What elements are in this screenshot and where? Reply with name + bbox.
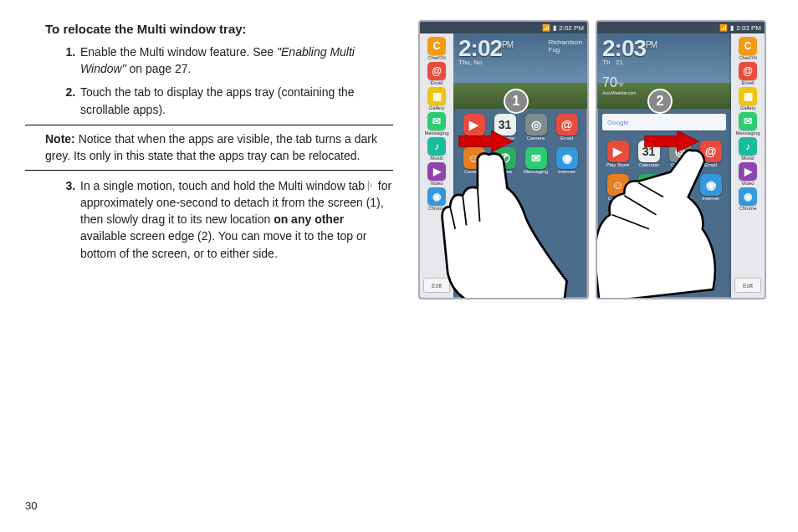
battery-icon: ▮ <box>553 24 556 32</box>
tray-edit-button[interactable]: Edit <box>423 278 450 293</box>
section-heading: To relocate the Multi window tray: <box>25 20 393 38</box>
step-3-bold: on any other <box>274 212 344 226</box>
note-block: Note: Notice that when the apps are visi… <box>25 125 393 171</box>
signal-icon: 📶 <box>719 24 728 32</box>
tray-item-email[interactable]: @Email <box>427 62 446 85</box>
instructions-column: To relocate the Multi window tray: Enabl… <box>25 20 393 512</box>
home-app-calendar[interactable]: 31Calendar <box>635 141 662 167</box>
step-1-text-b: on page 27. <box>126 62 192 75</box>
home-app-phone[interactable]: ✆Phone <box>635 174 662 201</box>
home-app-contacts[interactable]: ☺Contacts <box>604 174 632 201</box>
home-app-play-store[interactable]: ▶Play Store <box>460 114 488 141</box>
home-app-contacts[interactable]: ☺Contacts <box>460 147 488 174</box>
home-app-phone[interactable]: ✆Phone <box>491 147 519 174</box>
home-app-messaging[interactable]: ✉Messaging <box>522 147 550 174</box>
clock-time: 2:03 <box>602 35 646 61</box>
step-3-text-c: available screen edge (2). You can move … <box>80 229 366 259</box>
tray-item-video[interactable]: ▶Video <box>739 162 757 186</box>
callout-1: 1 <box>504 89 529 114</box>
home-app-camera[interactable]: ◎Camera <box>522 114 550 141</box>
tray-item-gallery[interactable]: ▦Gallery <box>739 87 757 110</box>
home-app-email[interactable]: @Email <box>553 114 581 141</box>
tray-item-messaging[interactable]: ✉Messaging <box>735 112 760 136</box>
tray-item-video[interactable]: ▶Video <box>427 162 446 186</box>
status-time: 2:02 PM <box>559 24 584 32</box>
home-app-calendar[interactable]: 31Calendar <box>491 114 519 141</box>
weather-day: 21 <box>616 59 623 66</box>
tray-item-chaton[interactable]: CChatON <box>739 37 757 60</box>
clock-ampm: PM <box>646 40 657 49</box>
home-apps-grid: ▶Play Store31Calendar◎Camera@Email☺Conta… <box>453 109 587 174</box>
clock-ampm: PM <box>502 40 513 49</box>
page-number: 30 <box>25 499 37 512</box>
tray-item-chaton[interactable]: CChatON <box>427 37 446 60</box>
home-app-internet[interactable]: ◉Internet <box>553 147 581 174</box>
phone-screenshot-1: 📶 ▮ 2:02 PM CChatON@Email▦Gallery✉Messag… <box>418 20 589 299</box>
home-app-camera[interactable]: ◎Camera <box>666 141 693 167</box>
home-apps-grid: ▶Play Store31Calendar◎Camera@Email☺Conta… <box>597 136 731 201</box>
tray-item-chrome[interactable]: ◉Chrome <box>427 187 446 211</box>
note-label: Note: <box>45 132 75 146</box>
multi-window-tray[interactable]: CChatON@Email▦Gallery✉Messaging♪Music▶Vi… <box>420 33 453 298</box>
illustration-column: 📶 ▮ 2:02 PM CChatON@Email▦Gallery✉Messag… <box>393 20 773 512</box>
weather-location: Richardson <box>549 38 582 46</box>
step-3-text-a: In a single motion, touch and hold the M… <box>80 179 368 192</box>
clock-time: 2:02 <box>458 35 502 61</box>
step-2: Touch the tab to display the apps tray (… <box>79 84 393 118</box>
tray-item-music[interactable]: ♪Music <box>739 137 757 161</box>
home-app-email[interactable]: @Email <box>697 141 724 167</box>
weather-temp-unit: °F <box>617 81 624 89</box>
weather-temp: 70 <box>602 75 617 90</box>
tray-item-email[interactable]: @Email <box>739 62 757 85</box>
step-1: Enable the Multi window feature. See "En… <box>79 43 393 78</box>
tray-edit-button[interactable]: Edit <box>734 278 761 293</box>
status-time: 2:03 PM <box>736 24 761 32</box>
clock-date: Thu, No <box>458 59 582 66</box>
callout-2: 2 <box>647 89 673 114</box>
status-bar: 📶 ▮ 2:02 PM <box>420 22 587 33</box>
step-3: In a single motion, touch and hold the M… <box>79 177 393 262</box>
home-app-messaging[interactable]: ✉Messaging <box>666 174 693 201</box>
clock-date: Th <box>602 59 610 66</box>
multi-window-tray[interactable]: CChatON@Email▦Gallery✉Messaging♪Music▶Vi… <box>731 33 765 298</box>
tray-item-messaging[interactable]: ✉Messaging <box>424 112 448 136</box>
status-bar: 📶 ▮ 2:03 PM <box>597 22 765 33</box>
note-body: Notice that when the apps are visible, t… <box>45 132 377 162</box>
search-placeholder: Google <box>607 119 629 126</box>
weather-attribution: AccuWeather.com <box>602 90 636 95</box>
google-search-bar[interactable]: Google <box>602 114 726 130</box>
signal-icon: 📶 <box>542 24 550 32</box>
tab-handle-icon <box>368 181 375 191</box>
step-1-text-a: Enable the Multi window feature. See <box>80 45 277 59</box>
home-app-internet[interactable]: ◉Internet <box>697 174 724 201</box>
home-app-play-store[interactable]: ▶Play Store <box>604 141 632 167</box>
tray-item-chrome[interactable]: ◉Chrome <box>739 187 757 211</box>
tray-item-gallery[interactable]: ▦Gallery <box>427 87 446 110</box>
phone-screenshot-2: 📶 ▮ 2:03 PM 2:03PM Th 21 70°F AccuWeathe… <box>596 20 766 299</box>
weather-condition: Fog <box>549 46 582 54</box>
battery-icon: ▮ <box>730 24 734 32</box>
tray-item-music[interactable]: ♪Music <box>427 137 446 161</box>
